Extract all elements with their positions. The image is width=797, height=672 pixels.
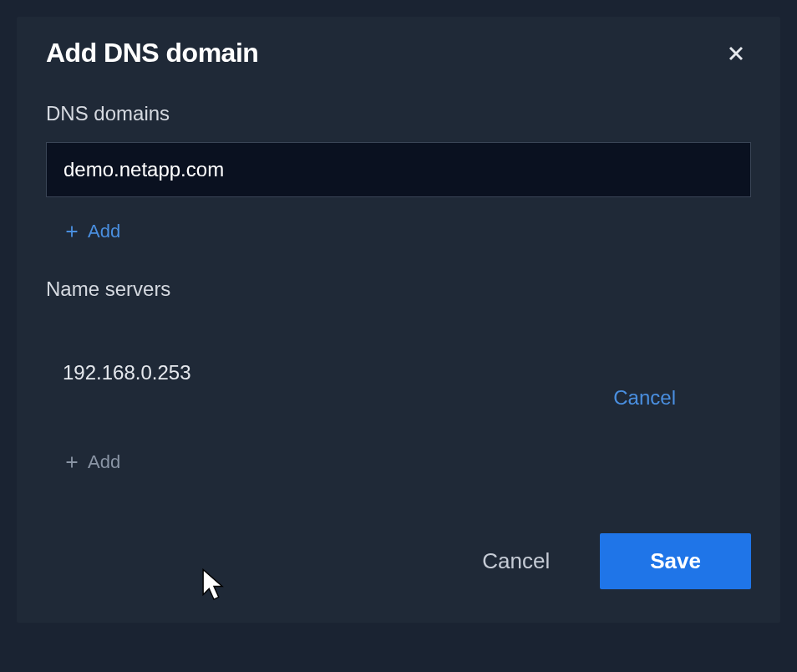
nameserver-row: 192.168.0.253 Cancel (46, 318, 751, 428)
name-servers-section: Name servers 192.168.0.253 Cancel Add (46, 277, 751, 475)
add-domain-button[interactable]: Add (63, 221, 120, 242)
dns-domain-input[interactable] (46, 142, 751, 197)
plus-icon (63, 453, 81, 471)
dns-domains-label: DNS domains (46, 102, 751, 125)
close-button[interactable] (721, 38, 751, 69)
nameserver-value: 192.168.0.253 (63, 361, 190, 384)
name-servers-label: Name servers (46, 277, 751, 301)
dns-domains-section: DNS domains Add (46, 102, 751, 244)
add-dns-domain-dialog: Add DNS domain DNS domains Add Name serv… (17, 17, 780, 623)
dialog-title: Add DNS domain (46, 38, 258, 69)
add-domain-label: Add (88, 221, 120, 242)
dialog-header: Add DNS domain (46, 38, 751, 69)
save-button[interactable]: Save (600, 533, 751, 589)
add-nameserver-label: Add (88, 451, 120, 473)
close-icon (724, 42, 748, 65)
plus-icon (63, 222, 81, 241)
add-nameserver-button[interactable]: Add (63, 451, 120, 473)
cancel-button[interactable]: Cancel (482, 548, 550, 574)
nameserver-cancel-button[interactable]: Cancel (613, 386, 676, 410)
dialog-footer: Cancel Save (46, 533, 751, 589)
